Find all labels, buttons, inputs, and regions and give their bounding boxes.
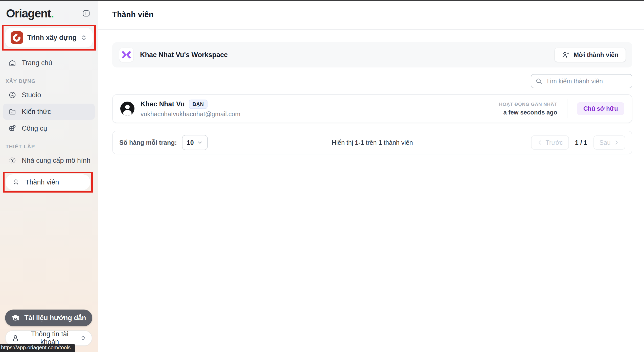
sidebar-item-label: Thành viên [25, 178, 59, 186]
main-area: Thành viên Khac Nhat Vu's Workspace [98, 0, 644, 352]
model-provider-icon [9, 157, 16, 164]
rows-per-page-select[interactable]: 10 [182, 135, 208, 150]
sidebar-collapse-button[interactable] [81, 8, 91, 18]
sidebar-item-home[interactable]: Trang chủ [3, 56, 95, 70]
content: Khac Nhat Vu's Workspace Mời thành viên [98, 30, 644, 154]
workspace-selector[interactable]: Trình xây dựng [5, 28, 93, 48]
member-email: vukhacnhatvukhacnhat@gmail.com [141, 110, 240, 118]
sidebar-section-build: XÂY DỰNG [6, 78, 98, 84]
workspace-name: Khac Nhat Vu's Workspace [140, 51, 228, 59]
sidebar-item-knowledge[interactable]: Kiến thức [3, 104, 95, 120]
account-person-icon [12, 334, 19, 342]
next-page-label: Sau [600, 139, 611, 146]
chevron-right-icon [614, 140, 619, 145]
member-search-box [531, 74, 632, 88]
app-logo: Oriagent. [6, 7, 54, 20]
rows-per-page-value: 10 [187, 139, 194, 146]
sidebar-item-label: Công cụ [22, 125, 47, 132]
sidebar-item-studio[interactable]: Studio [3, 88, 95, 102]
blocks-grid-icon [9, 125, 16, 132]
workspace-logo-icon [119, 48, 133, 62]
sidebar-item-label: Trang chủ [22, 59, 52, 67]
sidebar-item-label: Nhà cung cấp mô hình [22, 157, 90, 165]
rows-per-page-label: Số hàng mỗi trang: [119, 139, 177, 146]
studio-bot-icon [9, 91, 16, 99]
sidebar-item-tools[interactable]: Công cụ [3, 121, 95, 135]
chevron-up-down-icon [81, 34, 87, 41]
browser-status-url: https://app.oriagent.com/tools [0, 344, 75, 352]
summary-total: 1 [378, 139, 382, 146]
main-header: Thành viên [98, 0, 644, 30]
member-name: Khac Nhat Vu [141, 100, 185, 108]
person-icon [12, 178, 20, 186]
chevron-left-icon [537, 140, 543, 145]
member-info: Khac Nhat Vu BẠN vukhacnhatvukhacnhat@gm… [141, 100, 240, 118]
search-row [112, 74, 632, 88]
divider [567, 99, 567, 118]
sidebar: Oriagent. Trình xây dựng [0, 0, 98, 352]
member-row[interactable]: Khac Nhat Vu BẠN vukhacnhatvukhacnhat@gm… [112, 94, 632, 123]
sidebar-item-members[interactable]: Thành viên [6, 174, 90, 190]
window-top-edge [0, 0, 644, 1]
prev-page-button[interactable]: Trước [531, 135, 569, 150]
docs-guide-button[interactable]: Tài liệu hướng dẫn [5, 310, 92, 326]
invite-member-label: Mời thành viên [573, 51, 618, 59]
sidebar-nav: Trang chủ XÂY DỰNG Studio [0, 55, 98, 193]
logo-dot: . [51, 7, 54, 20]
summary-prefix: Hiển thị [332, 139, 353, 146]
member-avatar [120, 102, 134, 116]
prev-page-label: Trước [546, 139, 563, 146]
invite-member-button[interactable]: Mời thành viên [555, 48, 626, 62]
logo-row: Oriagent. [0, 0, 98, 20]
graduation-cap-icon [11, 314, 20, 322]
sidebar-item-model-providers[interactable]: Nhà cung cấp mô hình [3, 153, 95, 168]
folder-icon [9, 108, 16, 115]
you-badge: BẠN [189, 100, 208, 109]
member-name-row: Khac Nhat Vu BẠN [141, 100, 240, 109]
sidebar-item-label: Studio [22, 91, 41, 99]
next-page-button[interactable]: Sau [593, 135, 625, 150]
docs-guide-label: Tài liệu hướng dẫn [24, 314, 86, 322]
summary-suffix: thành viên [384, 139, 413, 146]
sidebar-item-label: Kiến thức [22, 108, 51, 116]
chevron-up-down-icon [80, 335, 86, 341]
search-icon [535, 78, 542, 85]
home-icon [9, 59, 16, 67]
panel-toggle-icon [82, 9, 90, 18]
last-active-label: HOẠT ĐỘNG GẦN NHẤT [499, 102, 557, 107]
page-indicator: 1 / 1 [575, 139, 587, 146]
pagination-bar: Số hàng mỗi trang: 10 Hiển thị 1-1 trên … [112, 131, 632, 154]
annotation-box-members: Thành viên [3, 172, 93, 193]
page-summary: Hiển thị 1-1 trên 1 thành viên [332, 139, 413, 146]
role-badge-owner: Chủ sở hữu [577, 102, 624, 115]
annotation-box-workspace-selector: Trình xây dựng [2, 25, 96, 51]
app-root: Oriagent. Trình xây dựng [0, 0, 644, 352]
summary-middle: trên [366, 139, 377, 146]
builder-app-icon [11, 31, 23, 44]
workspace-card: Khac Nhat Vu's Workspace Mời thành viên [112, 42, 632, 67]
workspace-selector-label: Trình xây dựng [23, 34, 81, 42]
pager: Trước 1 / 1 Sau [531, 135, 625, 150]
member-activity: HOẠT ĐỘNG GẦN NHẤT a few seconds ago [499, 102, 557, 116]
search-input[interactable] [546, 78, 628, 85]
sidebar-spacer [0, 193, 98, 310]
page-title: Thành viên [112, 10, 154, 19]
last-active-value: a few seconds ago [499, 109, 557, 116]
person-plus-icon [562, 51, 569, 59]
chevron-down-icon [197, 139, 203, 146]
logo-text: Oriagent [6, 7, 51, 20]
sidebar-section-settings: THIẾT LẬP [6, 144, 98, 150]
summary-range: 1-1 [355, 139, 364, 146]
